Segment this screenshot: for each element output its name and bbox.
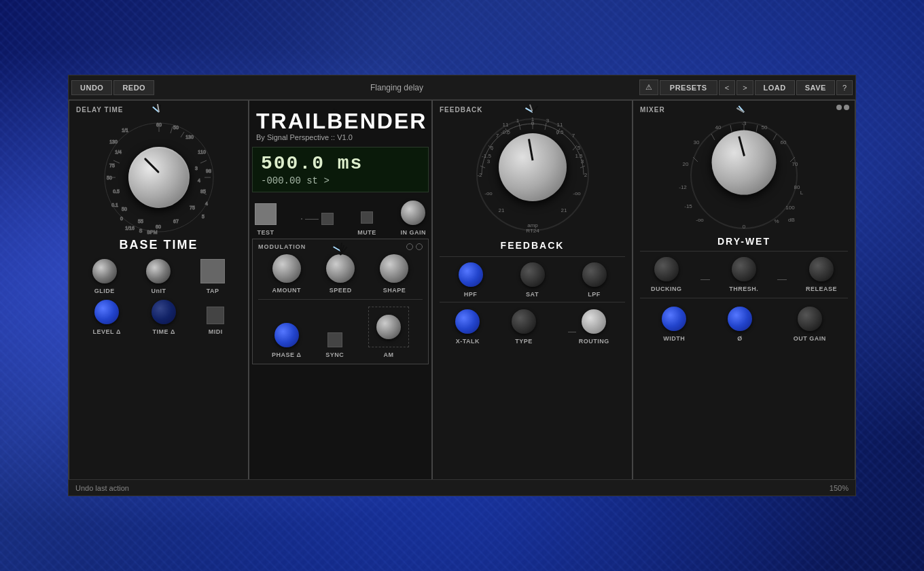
- svg-text:0.5: 0.5: [113, 189, 120, 194]
- svg-text:75: 75: [109, 163, 115, 168]
- routing-knob[interactable]: [582, 309, 606, 334]
- ducking-knob[interactable]: [654, 257, 679, 281]
- feedback-main-knob[interactable]: [499, 133, 567, 201]
- phase-knob[interactable]: [274, 323, 299, 347]
- svg-text:3: 3: [546, 118, 549, 124]
- help-button[interactable]: ?: [836, 80, 853, 95]
- time-knob[interactable]: [152, 300, 176, 324]
- svg-line-67: [580, 166, 585, 168]
- delay-panel-label: DELAY TIME: [76, 106, 123, 114]
- mixer-dots: [836, 105, 849, 110]
- release-knob[interactable]: [809, 257, 834, 281]
- shape-knob[interactable]: [380, 254, 408, 283]
- svg-text:11: 11: [502, 122, 508, 128]
- svg-line-61: [545, 123, 546, 130]
- svg-text:30: 30: [694, 139, 700, 145]
- mod-circles: [406, 243, 423, 250]
- am-knob[interactable]: [376, 315, 401, 339]
- svg-text:21: 21: [561, 207, 567, 213]
- svg-text:S: S: [139, 228, 142, 233]
- presets-button[interactable]: PRESETS: [660, 80, 717, 95]
- svg-text:0: 0: [120, 216, 123, 221]
- zoom-level: 150%: [830, 484, 849, 492]
- svg-text:5: 5: [202, 214, 205, 219]
- mixer-panel: MIXER -3 50 60 70 80: [633, 100, 855, 496]
- mute-label: MUTE: [357, 229, 376, 236]
- routing-label: ROUTING: [579, 338, 609, 345]
- load-button[interactable]: LOAD: [755, 80, 795, 95]
- svg-line-30: [200, 160, 207, 163]
- shape-label: SHAPE: [383, 287, 406, 294]
- svg-text:70: 70: [792, 161, 798, 167]
- delay-bottom-row2: LEVEL Δ TIME Δ MIDI: [69, 294, 248, 335]
- phase-out-knob[interactable]: [728, 307, 752, 331]
- svg-text:100: 100: [785, 205, 795, 211]
- lpf-knob[interactable]: [582, 262, 607, 287]
- svg-text:60: 60: [156, 224, 161, 229]
- speed-label: SPEED: [330, 287, 352, 294]
- sat-knob[interactable]: [520, 262, 545, 287]
- dot-1: [836, 105, 842, 110]
- lpf-label: LPF: [588, 291, 601, 298]
- ducking-label: DUCKING: [651, 286, 682, 292]
- svg-text:130: 130: [109, 139, 118, 144]
- svg-line-29: [181, 132, 184, 137]
- time-knob-container: TIME Δ: [152, 300, 176, 335]
- tap-button[interactable]: [200, 259, 225, 283]
- time-label: TIME Δ: [152, 328, 175, 335]
- svg-text:130: 130: [185, 135, 194, 139]
- main-content: DELAY TIME 60 50 130 110 98: [69, 100, 855, 496]
- feedback-row1: HPF SAT LPF: [433, 257, 632, 298]
- mute-button[interactable]: [361, 211, 373, 224]
- center-buttons-row: TEST MUTE IN GAIN: [249, 195, 431, 236]
- svg-text:11: 11: [556, 122, 563, 128]
- midi-sq-button[interactable]: [321, 213, 334, 225]
- redo-button[interactable]: REDO: [113, 80, 154, 95]
- undo-button[interactable]: UNDO: [71, 80, 112, 95]
- svg-text:21: 21: [498, 207, 504, 213]
- svg-text:L: L: [800, 190, 804, 196]
- warning-button[interactable]: ⚠: [639, 80, 658, 95]
- hpf-knob[interactable]: [459, 262, 483, 287]
- speed-knob[interactable]: [326, 254, 355, 283]
- glide-knob[interactable]: [92, 259, 117, 283]
- display-screen[interactable]: 500.0 ms -000.00 st >: [252, 147, 429, 192]
- thresh-knob[interactable]: [732, 257, 756, 281]
- svg-text:1: 1: [516, 118, 519, 124]
- sat-knob-container: SAT: [520, 262, 545, 298]
- unit-knob-container: UnIT: [146, 259, 171, 294]
- svg-text:-oo: -oo: [573, 190, 581, 196]
- in-gain-label: IN GAIN: [400, 229, 426, 236]
- glide-knob-container: GLIDE: [92, 259, 117, 294]
- toolbar-right: ⚠ PRESETS < > LOAD SAVE ?: [639, 80, 853, 95]
- save-button[interactable]: SAVE: [796, 80, 835, 95]
- feedback-panel-label: FEEDBACK: [440, 106, 483, 114]
- level-knob-container: LEVEL Δ: [93, 300, 121, 335]
- svg-text:3: 3: [580, 158, 584, 165]
- base-time-label: BASE TIME: [69, 238, 248, 252]
- width-knob[interactable]: [662, 307, 686, 331]
- amount-knob[interactable]: [272, 254, 301, 283]
- test-button[interactable]: [255, 203, 277, 225]
- svg-text:50: 50: [762, 124, 768, 131]
- base-time-knob[interactable]: [128, 147, 190, 208]
- delay-time-panel: DELAY TIME 60 50 130 110 98: [69, 100, 249, 496]
- sync-label: SYNC: [325, 351, 344, 358]
- feedback-dial-wrapper: -2 -1.5 -0.5 0 0.5 1.5 2 -oo -oo 7: [472, 117, 594, 236]
- midi-button[interactable]: [207, 307, 224, 324]
- next-button[interactable]: >: [736, 80, 753, 95]
- svg-text:20: 20: [683, 161, 689, 167]
- dry-wet-knob[interactable]: [712, 130, 777, 194]
- xtalk-knob[interactable]: [455, 309, 480, 334]
- svg-text:3: 3: [486, 158, 490, 165]
- level-knob[interactable]: [94, 300, 119, 324]
- sync-button[interactable]: [327, 332, 342, 347]
- unit-knob[interactable]: [146, 259, 171, 283]
- plugin-title-area: TRAILBENDER By Signal Perspective :: V1.…: [249, 101, 431, 144]
- preset-name: Flanging delay: [156, 83, 638, 92]
- ducking-knob-container: DUCKING: [651, 257, 682, 292]
- out-gain-knob[interactable]: [798, 307, 822, 331]
- in-gain-knob[interactable]: [401, 201, 425, 225]
- prev-button[interactable]: <: [719, 80, 735, 95]
- type-knob[interactable]: [512, 309, 536, 334]
